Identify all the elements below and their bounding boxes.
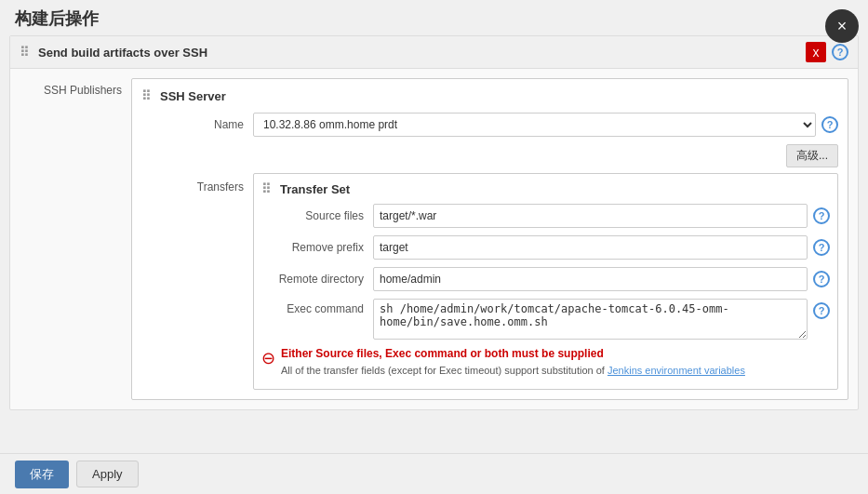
section-help-icon[interactable]: ?: [832, 44, 848, 60]
section-header: ⠿ Send build artifacts over SSH x ?: [10, 36, 858, 69]
remove-prefix-label: Remove prefix: [261, 241, 373, 254]
remote-directory-row: Remote directory ?: [261, 267, 830, 291]
source-files-wrap: ?: [373, 204, 830, 228]
error-block: ⊖ Either Source files, Exec command or b…: [261, 347, 830, 378]
delete-section-button[interactable]: x: [806, 42, 826, 62]
source-files-label: Source files: [261, 209, 373, 222]
main-content: ⠿ Send build artifacts over SSH x ? SSH …: [0, 35, 868, 416]
remote-directory-help-icon[interactable]: ?: [813, 271, 830, 287]
ssh-publishers-label: SSH Publishers: [20, 78, 131, 400]
page-wrapper: × 构建后操作 ⠿ Send build artifacts over SSH …: [0, 0, 868, 494]
page-title: 构建后操作: [0, 0, 868, 35]
exec-command-textarea[interactable]: sh /home/admin/work/tomcat/apache-tomcat…: [373, 299, 808, 340]
remote-directory-wrap: ?: [373, 267, 830, 291]
close-icon: ×: [837, 17, 848, 36]
source-files-input[interactable]: [373, 204, 808, 228]
remote-directory-input[interactable]: [373, 267, 808, 291]
name-row: Name 10.32.8.86 omm.home prdt ?: [141, 113, 838, 137]
transfers-section: Transfers ⠿ Transfer Set Source files: [141, 173, 838, 390]
transfer-set-title: Transfer Set: [280, 182, 350, 196]
source-files-help-icon[interactable]: ?: [813, 207, 830, 224]
ssh-server-header: ⠿ SSH Server: [141, 88, 838, 103]
section-header-title: ⠿ Send build artifacts over SSH: [20, 45, 207, 60]
name-select[interactable]: 10.32.8.86 omm.home prdt: [253, 113, 816, 137]
transfer-drag-icon: ⠿: [261, 181, 271, 196]
remove-prefix-wrap: ?: [373, 235, 830, 260]
exec-command-label: Exec command: [261, 299, 373, 315]
remove-prefix-input[interactable]: [373, 235, 808, 260]
apply-button[interactable]: Apply: [76, 461, 139, 487]
close-button[interactable]: ×: [825, 9, 859, 43]
transfers-label: Transfers: [141, 173, 253, 390]
transfers-body: ⠿ Transfer Set Source files ?: [253, 173, 838, 390]
info-text-1: All of the transfer fields (except for E…: [281, 365, 608, 376]
jenkins-env-link[interactable]: Jenkins environment variables: [608, 365, 745, 376]
ssh-server-card: ⠿ SSH Server Name 10.32.8.86 omm.home pr…: [131, 78, 848, 400]
remove-prefix-row: Remove prefix ?: [261, 235, 830, 260]
source-files-row: Source files ?: [261, 204, 830, 228]
advanced-row: 高级...: [141, 144, 838, 167]
info-text: All of the transfer fields (except for E…: [281, 364, 745, 378]
exec-command-wrap: sh /home/admin/work/tomcat/apache-tomcat…: [373, 299, 830, 340]
section-body: SSH Publishers ⠿ SSH Server Name: [10, 69, 858, 409]
exec-command-help-icon[interactable]: ?: [813, 302, 830, 319]
remove-prefix-help-icon[interactable]: ?: [813, 239, 830, 256]
ssh-server-title: SSH Server: [160, 89, 226, 103]
advanced-button[interactable]: 高级...: [786, 144, 838, 167]
name-input-wrap: 10.32.8.86 omm.home prdt ?: [253, 113, 838, 137]
build-artifacts-section: ⠿ Send build artifacts over SSH x ? SSH …: [9, 35, 859, 410]
transfer-set-header: ⠿ Transfer Set: [261, 181, 830, 196]
save-button[interactable]: 保存: [15, 461, 69, 488]
error-icon: ⊖: [261, 348, 275, 368]
ssh-publishers-row: SSH Publishers ⠿ SSH Server Name: [20, 78, 848, 400]
delete-icon: x: [813, 45, 820, 60]
ssh-drag-icon: ⠿: [141, 88, 151, 103]
section-title: Send build artifacts over SSH: [38, 46, 207, 60]
drag-dots-icon: ⠿: [20, 45, 29, 60]
name-label: Name: [141, 118, 253, 131]
error-message: Either Source files, Exec command or bot…: [281, 347, 745, 360]
remote-directory-label: Remote directory: [261, 273, 373, 286]
footer-bar: 保存 Apply: [0, 453, 868, 494]
exec-command-row: Exec command sh /home/admin/work/tomcat/…: [261, 299, 830, 340]
name-help-icon[interactable]: ?: [821, 116, 838, 133]
error-content: Either Source files, Exec command or bot…: [281, 347, 745, 378]
